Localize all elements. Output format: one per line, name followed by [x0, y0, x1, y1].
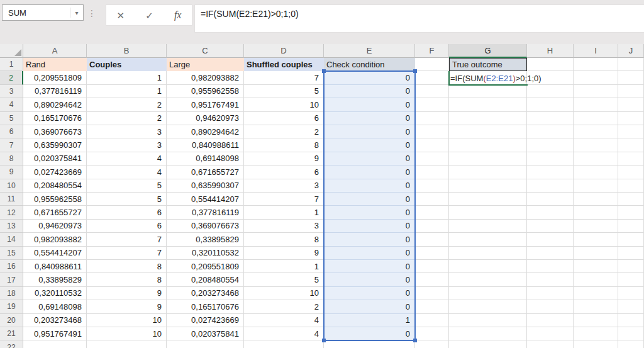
cell-C8[interactable]: 0,69148098: [167, 152, 244, 166]
cell-B16[interactable]: 8: [87, 260, 167, 273]
insert-function-icon[interactable]: fx: [174, 10, 182, 20]
range-resize-handle[interactable]: [322, 69, 326, 73]
row-header-7[interactable]: 7: [0, 138, 23, 152]
cell-G6[interactable]: [449, 125, 527, 138]
cell-E7[interactable]: 0: [324, 138, 415, 152]
cell-J21[interactable]: [618, 327, 644, 340]
cell-B15[interactable]: 7: [87, 247, 167, 260]
cell-D17[interactable]: 5: [244, 273, 324, 286]
cell-I10[interactable]: [574, 179, 618, 193]
cell-A9[interactable]: 0,027423669: [23, 166, 87, 179]
select-all-corner[interactable]: [0, 44, 23, 58]
cell-E1[interactable]: Check condition: [324, 58, 415, 71]
cell-F1[interactable]: [415, 58, 449, 71]
cell-C18[interactable]: 0,203273468: [167, 287, 244, 300]
cell-J22[interactable]: [618, 340, 644, 348]
cell-E14[interactable]: 0: [324, 233, 415, 246]
cell-C11[interactable]: 0,554414207: [167, 193, 244, 206]
cell-G14[interactable]: [449, 233, 527, 246]
cell-B22[interactable]: [87, 340, 167, 348]
cell-D1[interactable]: Shuffled couples: [244, 58, 324, 71]
cell-J14[interactable]: [618, 233, 644, 246]
cell-A1[interactable]: Rand: [23, 58, 87, 71]
row-header-10[interactable]: 10: [0, 179, 23, 193]
cell-I9[interactable]: [574, 166, 618, 179]
cell-J9[interactable]: [618, 166, 644, 179]
cell-I14[interactable]: [574, 233, 618, 246]
cell-I20[interactable]: [574, 314, 618, 327]
cell-B8[interactable]: 4: [87, 152, 167, 166]
cell-H20[interactable]: [527, 314, 574, 327]
cell-H3[interactable]: [527, 85, 574, 98]
cell-I8[interactable]: [574, 152, 618, 166]
cell-I16[interactable]: [574, 260, 618, 273]
cell-G11[interactable]: [449, 193, 527, 206]
row-header-20[interactable]: 20: [0, 314, 23, 327]
cell-C15[interactable]: 0,320110532: [167, 247, 244, 260]
cell-J11[interactable]: [618, 193, 644, 206]
cell-A15[interactable]: 0,554414207: [23, 247, 87, 260]
column-header-J[interactable]: J: [618, 44, 644, 58]
cell-H8[interactable]: [527, 152, 574, 166]
cell-J16[interactable]: [618, 260, 644, 273]
cell-A4[interactable]: 0,890294642: [23, 98, 87, 111]
row-header-3[interactable]: 3: [0, 85, 23, 98]
cell-H13[interactable]: [527, 220, 574, 233]
cell-G3[interactable]: [449, 85, 527, 98]
cell-I1[interactable]: [574, 58, 618, 71]
cell-G22[interactable]: [449, 340, 527, 348]
column-header-E[interactable]: E: [324, 44, 415, 58]
cell-E12[interactable]: 0: [324, 206, 415, 219]
cell-G19[interactable]: [449, 300, 527, 313]
cell-B14[interactable]: 7: [87, 233, 167, 246]
cell-E16[interactable]: 0: [324, 260, 415, 273]
cell-B9[interactable]: 4: [87, 166, 167, 179]
cell-H1[interactable]: [527, 58, 574, 71]
cell-G10[interactable]: [449, 179, 527, 193]
cell-G12[interactable]: [449, 206, 527, 219]
cell-J2[interactable]: [618, 71, 644, 84]
cell-F18[interactable]: [415, 287, 449, 300]
cell-J18[interactable]: [618, 287, 644, 300]
cell-C13[interactable]: 0,369076673: [167, 220, 244, 233]
cell-C5[interactable]: 0,94620973: [167, 112, 244, 125]
cell-H12[interactable]: [527, 206, 574, 219]
cell-B3[interactable]: 1: [87, 85, 167, 98]
cell-C22[interactable]: [167, 340, 244, 348]
cell-F11[interactable]: [415, 193, 449, 206]
cell-G18[interactable]: [449, 287, 527, 300]
cell-A6[interactable]: 0,369076673: [23, 125, 87, 138]
cell-C21[interactable]: 0,020375841: [167, 327, 244, 340]
cell-C3[interactable]: 0,955962558: [167, 85, 244, 98]
cell-G17[interactable]: [449, 273, 527, 286]
cell-E11[interactable]: 0: [324, 193, 415, 206]
cell-I15[interactable]: [574, 247, 618, 260]
cell-F17[interactable]: [415, 273, 449, 286]
cell-H7[interactable]: [527, 138, 574, 152]
cell-H15[interactable]: [527, 247, 574, 260]
cell-E4[interactable]: 0: [324, 98, 415, 111]
cell-D12[interactable]: 1: [244, 206, 324, 219]
cell-E17[interactable]: 0: [324, 273, 415, 286]
cell-E13[interactable]: 0: [324, 220, 415, 233]
drag-handle-dots-icon[interactable]: ⋮: [87, 8, 96, 19]
cell-H5[interactable]: [527, 112, 574, 125]
cell-F9[interactable]: [415, 166, 449, 179]
cell-F15[interactable]: [415, 247, 449, 260]
cell-C4[interactable]: 0,951767491: [167, 98, 244, 111]
row-header-14[interactable]: 14: [0, 233, 23, 246]
cell-H4[interactable]: [527, 98, 574, 111]
cell-B2[interactable]: 1: [87, 71, 167, 84]
cell-F14[interactable]: [415, 233, 449, 246]
cell-D2[interactable]: 7: [244, 71, 324, 84]
cell-B21[interactable]: 10: [87, 327, 167, 340]
cell-B10[interactable]: 5: [87, 179, 167, 193]
cell-C17[interactable]: 0,208480554: [167, 273, 244, 286]
column-header-A[interactable]: A: [23, 44, 87, 58]
cell-A21[interactable]: 0,951767491: [23, 327, 87, 340]
cell-I12[interactable]: [574, 206, 618, 219]
row-header-6[interactable]: 6: [0, 125, 23, 138]
cell-H16[interactable]: [527, 260, 574, 273]
cell-C12[interactable]: 0,377816119: [167, 206, 244, 219]
cell-A7[interactable]: 0,635990307: [23, 138, 87, 152]
